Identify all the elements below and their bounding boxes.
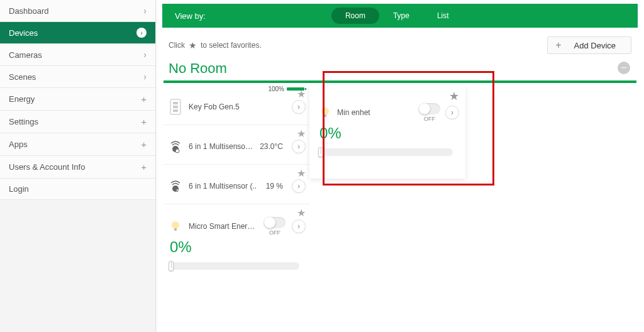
favorite-star-icon[interactable]: ★: [297, 88, 306, 100]
device-name: 6 in 1 Multisensor (..: [189, 182, 260, 191]
svg-rect-2: [173, 106, 178, 108]
device-card: ★ 6 in 1 Multisensor (.. 19 % ›: [164, 165, 309, 204]
main-content: View by: Room Type List Click ★ to selec…: [156, 0, 644, 332]
sidebar-item-label: Dashboard: [9, 6, 49, 16]
bulb-icon: [318, 104, 332, 121]
device-detail-button[interactable]: ›: [292, 179, 306, 193]
tab-type[interactable]: Type: [379, 8, 423, 24]
device-detail-button[interactable]: ›: [292, 219, 306, 233]
sensor-icon: [169, 177, 182, 195]
dimmer-slider[interactable]: [170, 262, 299, 270]
add-device-label: Add Device: [574, 41, 616, 50]
chevron-right-icon: ›: [136, 28, 147, 38]
add-device-button[interactable]: + Add Device: [547, 36, 631, 54]
sidebar-item-settings[interactable]: Settings +: [0, 111, 155, 133]
plus-icon: +: [141, 162, 147, 172]
hint-prefix: Click: [169, 41, 185, 50]
view-by-label: View by:: [175, 11, 206, 21]
sidebar-item-energy[interactable]: Energy +: [0, 88, 155, 111]
tab-room[interactable]: Room: [331, 8, 379, 24]
favorite-star-icon[interactable]: ★: [297, 128, 306, 140]
sidebar-item-devices[interactable]: Devices ›: [0, 22, 155, 44]
sidebar-item-dashboard[interactable]: Dashboard ›: [0, 0, 155, 22]
view-tabs: Room Type List: [331, 8, 463, 24]
device-name: Min enhet: [337, 108, 414, 117]
svg-rect-10: [324, 114, 326, 117]
device-value: 23.0°C: [260, 142, 283, 151]
battery-percent: 100%: [268, 86, 284, 92]
svg-rect-3: [173, 109, 178, 112]
plus-icon: +: [555, 40, 561, 51]
sidebar-item-label: Settings: [9, 117, 38, 126]
favorite-star-icon[interactable]: ★: [297, 167, 306, 179]
favorite-hint: Click ★ to select favorites.: [169, 40, 262, 50]
collapse-button[interactable]: −: [618, 62, 630, 74]
keyfob-icon: [169, 98, 182, 116]
slider-handle[interactable]: [318, 147, 323, 157]
device-name: Key Fob Gen.5: [189, 102, 286, 111]
device-card: ★ 6 in 1 Multisensor (.. 23.0°C ›: [164, 125, 309, 165]
view-by-bar: View by: Room Type List: [162, 4, 638, 28]
svg-point-7: [172, 221, 179, 229]
favorite-star-icon[interactable]: ★: [449, 89, 459, 103]
section-rule: [164, 80, 636, 83]
chevron-right-icon: ›: [143, 6, 147, 16]
sidebar-item-apps[interactable]: Apps +: [0, 133, 155, 156]
device-name: 6 in 1 Multisensor (..: [189, 142, 253, 151]
sidebar-item-label: Cameras: [9, 50, 42, 60]
section-title-text: No Room: [169, 60, 227, 76]
power-toggle[interactable]: [264, 217, 286, 228]
toggle-label: OFF: [269, 230, 280, 236]
slider-handle[interactable]: [169, 261, 174, 271]
star-icon: ★: [189, 40, 197, 50]
svg-point-5: [175, 149, 179, 153]
plus-icon: +: [141, 116, 147, 127]
plus-icon: +: [141, 139, 147, 150]
dimmer-percent: 0%: [164, 238, 309, 258]
sidebar-item-label: Login: [9, 184, 29, 194]
device-detail-button[interactable]: ›: [292, 100, 306, 114]
sidebar-item-label: Scenes: [9, 72, 36, 82]
sidebar-item-label: Apps: [9, 140, 28, 149]
device-detail-button[interactable]: ›: [292, 140, 306, 153]
device-card: ★ Micro Smart Energy D.. OFF › 0%: [164, 204, 309, 282]
svg-rect-1: [173, 102, 178, 104]
tab-list[interactable]: List: [423, 8, 463, 24]
svg-rect-8: [174, 228, 177, 231]
bulb-icon: [169, 218, 182, 235]
sidebar-item-label: Devices: [9, 28, 38, 38]
sidebar-item-users[interactable]: Users & Account Info +: [0, 156, 155, 179]
chevron-right-icon: ›: [143, 50, 147, 60]
sensor-icon: [169, 138, 182, 155]
dimmer-slider[interactable]: [319, 148, 453, 156]
favorite-star-icon[interactable]: ★: [297, 207, 306, 219]
sidebar-item-label: Energy: [9, 94, 35, 104]
device-card-highlighted: ★ Min enhet OFF › 0%: [309, 86, 465, 179]
dimmer-percent: 0%: [309, 124, 465, 145]
svg-point-9: [321, 108, 329, 115]
sidebar-item-scenes[interactable]: Scenes ›: [0, 66, 155, 88]
power-toggle[interactable]: [419, 103, 440, 114]
sidebar: Dashboard › Devices › Cameras › Scenes ›…: [0, 0, 156, 332]
sidebar-item-label: Users & Account Info: [9, 162, 85, 172]
section-header: No Room −: [156, 59, 644, 80]
device-value: 19 %: [266, 182, 283, 191]
sidebar-item-login[interactable]: Login: [0, 179, 155, 200]
hint-suffix: to select favorites.: [201, 41, 262, 50]
device-name: Micro Smart Energy D..: [189, 222, 258, 231]
chevron-right-icon: ›: [143, 72, 147, 82]
device-card: 100% ★ Key Fob Gen.5 ›: [164, 86, 309, 125]
plus-icon: +: [141, 94, 147, 104]
device-detail-button[interactable]: ›: [445, 106, 459, 119]
sidebar-item-cameras[interactable]: Cameras ›: [0, 44, 155, 66]
toggle-label: OFF: [424, 116, 435, 122]
